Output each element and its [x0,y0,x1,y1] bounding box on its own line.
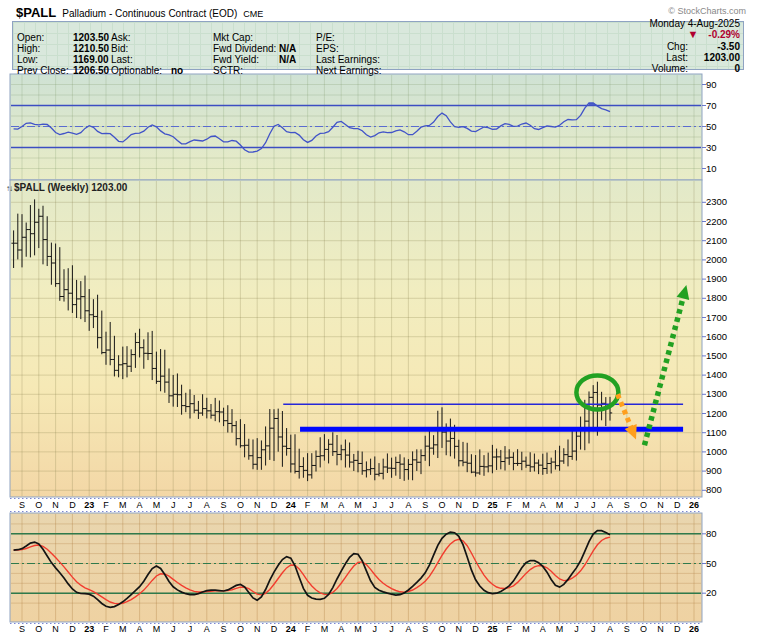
quote-date: Monday 4-Aug-2025 [590,18,740,29]
title-row: $PALLPalladium - Continuous Contract (EO… [16,3,746,18]
quote-col-open: Open:1203.50 High:1210.50 Low:1169.00 Pr… [17,32,109,76]
svg-text:23: 23 [84,500,94,510]
quote-next-earnings: Next Earnings: [316,65,382,76]
svg-text:M: M [119,624,127,634]
quote-mktcap: Mkt Cap: [213,32,296,43]
svg-text:800: 800 [706,484,722,495]
svg-text:O: O [35,624,42,634]
svg-text:24: 24 [286,500,296,510]
quote-panel: Open:1203.50 High:1210.50 Low:1169.00 Pr… [12,21,744,70]
quote-last-earnings: Last Earnings: [316,54,382,65]
svg-text:J: J [591,624,596,634]
svg-text:23: 23 [84,624,94,634]
svg-text:D: D [472,500,479,510]
quote-last: Last: [111,54,183,65]
symbol-description: Palladium - Continuous Contract (EOD) [62,8,237,19]
change-percent-row: ▼-0.29% [590,29,740,40]
chart-canvas: 2300220021002000190018001700160015001400… [0,0,768,634]
quote-optionable: Optionable:no [111,65,183,76]
quote-ask: Ask: [111,32,183,43]
quote-chg: Chg:-3.50 [590,41,740,52]
svg-text:O: O [438,500,445,510]
chart-title-text: $PALL (Weekly) 1203.00 [14,182,127,193]
svg-text:J: J [171,624,176,634]
svg-text:26: 26 [689,500,699,510]
svg-text:A: A [540,500,546,510]
svg-text:J: J [574,624,579,634]
svg-text:S: S [221,500,227,510]
svg-text:O: O [237,624,244,634]
svg-text:N: N [254,500,261,510]
svg-text:F: F [103,500,109,510]
svg-text:1500: 1500 [706,350,727,361]
chart-title: ↑↓$PALL (Weekly) 1203.00 [6,182,127,193]
svg-text:M: M [556,624,564,634]
svg-text:O: O [35,500,42,510]
quote-bid: Bid: [111,43,183,54]
svg-text:M: M [522,500,530,510]
svg-text:N: N [456,500,463,510]
svg-text:J: J [171,500,176,510]
quote-volume: Volume:0 [590,63,740,74]
svg-text:N: N [52,500,59,510]
svg-text:N: N [254,624,261,634]
svg-text:J: J [389,624,394,634]
svg-text:2300: 2300 [706,196,727,207]
quote-col-bidask: Ask: Bid: Last: Optionable:no [111,32,183,76]
svg-text:900: 900 [706,465,722,476]
svg-text:J: J [591,500,596,510]
svg-text:A: A [338,624,344,634]
svg-text:1800: 1800 [706,292,727,303]
svg-text:10: 10 [706,163,717,174]
svg-text:2000: 2000 [706,254,727,265]
svg-text:A: A [204,500,210,510]
svg-text:M: M [153,500,161,510]
svg-text:26: 26 [689,624,699,634]
svg-text:D: D [271,500,278,510]
svg-text:M: M [354,500,362,510]
svg-text:90: 90 [706,79,717,90]
symbol: $PALL [16,5,56,20]
svg-text:F: F [103,624,109,634]
svg-text:70: 70 [706,100,717,111]
svg-text:25: 25 [487,624,497,634]
svg-text:N: N [456,624,463,634]
svg-text:M: M [556,500,564,510]
svg-text:O: O [237,500,244,510]
svg-text:1600: 1600 [706,331,727,342]
svg-text:M: M [354,624,362,634]
svg-text:1100: 1100 [706,427,726,438]
quote-high: High:1210.50 [17,43,109,54]
svg-text:D: D [674,500,681,510]
quote-pe: P/E: [316,32,382,43]
panel-backgrounds [10,74,702,622]
svg-text:80: 80 [706,528,717,539]
svg-text:1900: 1900 [706,273,727,284]
down-arrow-icon: ▼ [687,28,698,40]
svg-text:J: J [188,624,193,634]
svg-text:1200: 1200 [706,408,727,419]
svg-text:25: 25 [487,500,497,510]
quote-last-price: Last:1203.00 [590,52,740,63]
svg-text:D: D [69,624,76,634]
quote-open: Open:1203.50 [17,32,109,43]
updown-arrows-icon: ↑↓ [6,184,12,193]
svg-text:S: S [19,624,25,634]
quote-eps: EPS: [316,43,382,54]
svg-text:D: D [69,500,76,510]
svg-text:J: J [373,500,378,510]
svg-text:S: S [624,500,630,510]
svg-text:F: F [305,500,311,510]
copyright: © StockCharts.com [668,6,746,16]
svg-text:F: F [506,624,512,634]
svg-text:A: A [338,500,344,510]
price-axis-labels: 2300220021002000190018001700160015001400… [702,79,727,599]
svg-text:30: 30 [706,142,717,153]
svg-text:N: N [52,624,59,634]
svg-text:J: J [389,500,394,510]
quote-col-fundamentals: Mkt Cap: Fwd Dividend:N/A Fwd Yield:N/A … [213,32,296,76]
svg-text:S: S [422,624,428,634]
svg-text:N: N [657,500,664,510]
svg-text:F: F [305,624,311,634]
svg-text:A: A [607,500,613,510]
